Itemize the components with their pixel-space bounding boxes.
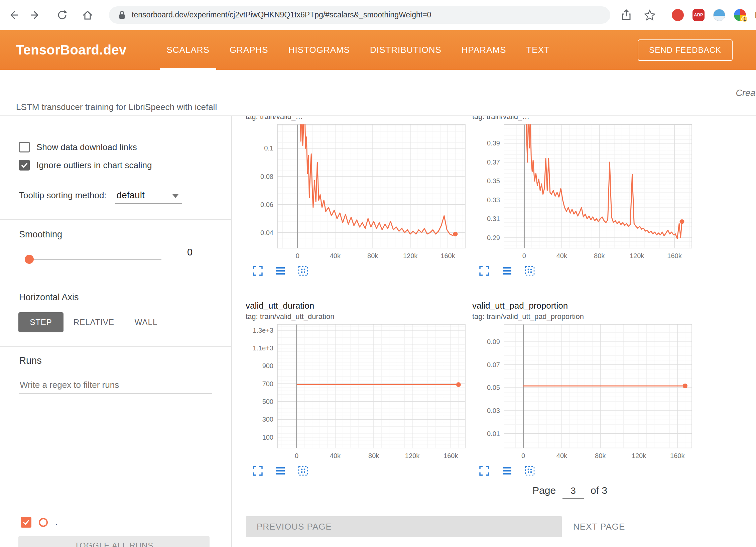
expand-chart-icon[interactable]: [252, 465, 264, 477]
home-icon[interactable]: [81, 8, 94, 22]
axis-wall-button[interactable]: WALL: [124, 312, 168, 332]
tab-label: TEXT: [526, 45, 549, 55]
fit-to-data-icon[interactable]: [297, 265, 309, 277]
svg-text:0.05: 0.05: [487, 384, 500, 391]
abp-label: ABP: [694, 12, 703, 17]
scalar-chart-svg[interactable]: 1003005007009001.1e+31.3e+3040k80k120k16…: [246, 323, 466, 461]
svg-text:40k: 40k: [556, 452, 568, 459]
fit-to-data-icon[interactable]: [524, 465, 536, 477]
expand-chart-icon[interactable]: [478, 265, 490, 277]
svg-text:40k: 40k: [330, 252, 341, 259]
svg-text:0.08: 0.08: [260, 173, 273, 180]
colorful-extension-icon[interactable]: 1: [734, 9, 746, 21]
svg-text:80k: 80k: [595, 452, 606, 459]
tab-text[interactable]: TEXT: [516, 30, 559, 70]
svg-text:0.31: 0.31: [487, 215, 500, 222]
chart-tag: tag: train/valid_utt_duration: [246, 312, 473, 322]
chart-card: valid_utt_pad_proportion tag: train/vali…: [472, 300, 700, 477]
tooltip-sorting-select[interactable]: default: [115, 190, 182, 204]
run-checkbox[interactable]: [21, 517, 31, 528]
back-icon[interactable]: [7, 8, 20, 22]
blue-extension-icon[interactable]: [713, 9, 725, 21]
svg-text:160k: 160k: [440, 252, 455, 259]
svg-text:0.09: 0.09: [487, 338, 500, 345]
tab-scalars[interactable]: SCALARS: [157, 30, 220, 70]
ignore-outliers-label: Ignore outliers in chart scaling: [36, 160, 152, 171]
chart-toolbar: [478, 265, 700, 277]
fit-to-data-icon[interactable]: [524, 265, 536, 277]
svg-text:160k: 160k: [444, 452, 458, 459]
scalar-chart-svg[interactable]: 0.010.030.050.070.09040k80k120k160k: [472, 323, 693, 461]
smoothing-slider-thumb[interactable]: [25, 255, 34, 264]
show-download-links-checkbox[interactable]: [19, 142, 30, 152]
divider: [0, 346, 231, 347]
run-list-icon[interactable]: [501, 265, 513, 277]
horizontal-axis-label: Horizontal Axis: [19, 292, 79, 303]
bookmark-star-icon[interactable]: [643, 8, 656, 22]
chart-card: tag: train/valid_… 0.290.310.330.350.370…: [472, 116, 700, 277]
run-list-icon[interactable]: [274, 465, 286, 477]
page-number-input[interactable]: [562, 485, 584, 499]
check-icon: [22, 518, 30, 526]
svg-text:300: 300: [262, 416, 273, 423]
run-list-icon[interactable]: [274, 265, 286, 277]
divider: [0, 275, 231, 275]
settings-sidebar: Show data download links Ignore outliers…: [0, 116, 232, 547]
expand-chart-icon[interactable]: [252, 265, 264, 277]
divider: [0, 219, 231, 220]
svg-text:120k: 120k: [403, 252, 418, 259]
runs-filter-input[interactable]: [19, 376, 212, 394]
scalar-chart-svg[interactable]: 0.040.060.080.1040k80k120k160k: [246, 123, 466, 261]
smoothing-value-input[interactable]: 0: [166, 247, 213, 262]
scalar-chart-svg[interactable]: 0.290.310.330.350.370.39040k80k120k160k: [472, 123, 693, 261]
charts-panel: tag: train/valid_… 0.040.060.080.1040k80…: [232, 116, 756, 547]
chart-tag: tag: train/valid_…: [246, 116, 473, 122]
run-list-icon[interactable]: [501, 465, 513, 477]
svg-text:1.3e+3: 1.3e+3: [253, 327, 273, 334]
svg-text:0.1: 0.1: [264, 144, 273, 152]
tab-label: HISTOGRAMS: [288, 45, 350, 55]
url-bar[interactable]: tensorboard.dev/experiment/cj2vtPiwQHKN9…: [109, 6, 610, 24]
next-page-button[interactable]: NEXT PAGE: [573, 516, 625, 537]
chart-title: valid_utt_duration: [246, 300, 473, 312]
tab-distributions[interactable]: DISTRIBUTIONS: [360, 30, 452, 70]
svg-text:0.37: 0.37: [487, 158, 500, 166]
tab-hparams[interactable]: HPARAMS: [452, 30, 516, 70]
svg-text:120k: 120k: [630, 252, 644, 259]
svg-text:0.29: 0.29: [487, 234, 500, 241]
toggle-all-runs-button[interactable]: TOGGLE ALL RUNS: [18, 536, 210, 547]
adblock-extension-icon[interactable]: [672, 9, 684, 21]
tab-histograms[interactable]: HISTOGRAMS: [278, 30, 360, 70]
abp-extension-icon[interactable]: ABP: [692, 9, 705, 21]
previous-page-button[interactable]: PREVIOUS PAGE: [246, 516, 562, 537]
smoothing-slider-track[interactable]: [29, 259, 161, 260]
axis-step-button[interactable]: STEP: [18, 312, 64, 332]
chart-toolbar: [252, 465, 473, 477]
tab-graphs[interactable]: GRAPHS: [220, 30, 278, 70]
tooltip-sorting-row: Tooltip sorting method: default: [19, 190, 182, 204]
tab-label: HPARAMS: [462, 45, 506, 55]
svg-text:120k: 120k: [632, 452, 646, 459]
axis-relative-button[interactable]: RELATIVE: [69, 312, 119, 332]
svg-text:0.35: 0.35: [487, 177, 500, 185]
created-text: Crea: [736, 88, 755, 98]
send-feedback-button[interactable]: SEND FEEDBACK: [638, 39, 733, 61]
run-color-swatch[interactable]: [39, 518, 48, 527]
fit-to-data-icon[interactable]: [297, 465, 309, 477]
lock-icon: [118, 8, 126, 22]
svg-text:0.03: 0.03: [487, 407, 500, 414]
chart-toolbar: [478, 465, 700, 477]
svg-text:0: 0: [522, 252, 526, 259]
axis-button-label: RELATIVE: [74, 318, 114, 327]
expand-chart-icon[interactable]: [478, 465, 490, 477]
forward-icon[interactable]: [29, 8, 42, 22]
share-icon[interactable]: [620, 8, 633, 22]
url-text[interactable]: tensorboard.dev/experiment/cj2vtPiwQHKN9…: [132, 10, 431, 19]
brand-title: TensorBoard.dev: [16, 42, 127, 58]
chart-card: tag: train/valid_… 0.040.060.080.1040k80…: [246, 116, 473, 277]
cookie-extension-icon[interactable]: [755, 9, 756, 21]
svg-text:0.04: 0.04: [260, 229, 273, 236]
reload-icon[interactable]: [55, 8, 69, 22]
extension-badge: 1: [741, 16, 748, 22]
ignore-outliers-checkbox[interactable]: [19, 160, 30, 171]
